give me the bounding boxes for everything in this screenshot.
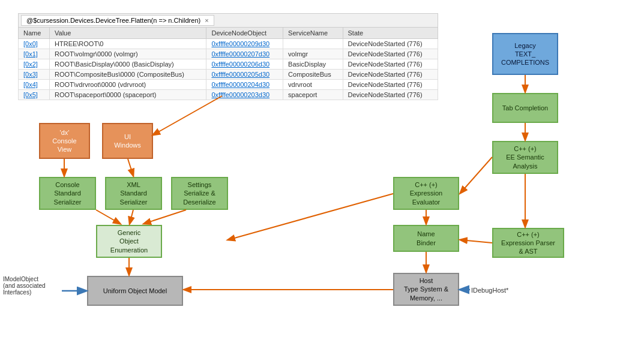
cell-state: DeviceNodeStarted (776) xyxy=(343,70,438,80)
col-state: State xyxy=(343,28,438,39)
tab-text: @$cursession.Devices.DeviceTree.Flatten(… xyxy=(26,17,200,24)
idebug-host-text: IDebugHost* xyxy=(471,287,508,294)
tab-label[interactable]: @$cursession.Devices.DeviceTree.Flatten(… xyxy=(21,15,214,26)
imodel-object-label: IModelObject(and associatedInterfaces) xyxy=(3,276,63,296)
col-value: Value xyxy=(50,28,206,39)
table-container: @$cursession.Devices.DeviceTree.Flatten(… xyxy=(18,13,438,100)
cell-service: spaceport xyxy=(283,90,343,100)
table-row: [0x3] ROOT\CompositeBus\0000 (CompositeB… xyxy=(19,70,438,80)
name-binder-label: NameBinder xyxy=(417,230,436,247)
table-row: [0x2] ROOT\BasicDisplay\0000 (BasicDispl… xyxy=(19,59,438,70)
box-cpp-ee: C++ (+)EE SemanticAnalysis xyxy=(492,141,558,174)
cell-devicenode[interactable]: 0xffffe00000203d30 xyxy=(206,90,283,100)
cell-service: volmgr xyxy=(283,49,343,59)
box-xml-serializer: XMLStandardSerializer xyxy=(105,177,162,210)
box-cpp-parser: C++ (+)Expression Parser& AST xyxy=(492,228,564,258)
cell-devicenode[interactable]: 0xffffe00000209d30 xyxy=(206,39,283,49)
ui-windows-label: UIWindows xyxy=(114,133,141,150)
cell-name[interactable]: [0x1] xyxy=(19,49,50,59)
cell-name[interactable]: [0x4] xyxy=(19,80,50,90)
box-tab-completion: Tab Completion xyxy=(492,93,558,123)
cpp-ee-label: C++ (+)EE SemanticAnalysis xyxy=(506,145,544,170)
cell-devicenode[interactable]: 0xffffe00000205d30 xyxy=(206,70,283,80)
box-cpp-expr: C++ (+)ExpressionEvaluator xyxy=(393,177,459,210)
svg-line-7 xyxy=(153,96,222,135)
cell-value: ROOT\CompositeBus\0000 (CompositeBus) xyxy=(50,70,206,80)
svg-line-12 xyxy=(130,210,133,224)
box-ui-windows: UIWindows xyxy=(102,123,153,159)
cell-state: DeviceNodeStarted (776) xyxy=(343,59,438,70)
cell-name[interactable]: [0x5] xyxy=(19,90,50,100)
cell-state: DeviceNodeStarted (776) xyxy=(343,80,438,90)
imodel-text: IModelObject(and associatedInterfaces) xyxy=(3,276,46,296)
box-legacy: LegacyTEXT_COMPLETIONS xyxy=(492,33,558,75)
cell-name[interactable]: [0x3] xyxy=(19,70,50,80)
table-row: [0x0] HTREE\ROOT\0 0xffffe00000209d30 De… xyxy=(19,39,438,49)
cell-state: DeviceNodeStarted (776) xyxy=(343,90,438,100)
col-name: Name xyxy=(19,28,50,39)
cell-value: HTREE\ROOT\0 xyxy=(50,39,206,49)
cell-devicenode[interactable]: 0xffffe00000204d30 xyxy=(206,80,283,90)
console-view-label: 'dx'ConsoleView xyxy=(52,128,76,154)
box-settings-serializer: SettingsSerialize &Deserialize xyxy=(171,177,228,210)
table-row: [0x4] ROOT\vdrvroot\0000 (vdrvroot) 0xff… xyxy=(19,80,438,90)
cell-value: ROOT\BasicDisplay\0000 (BasicDisplay) xyxy=(50,59,206,70)
svg-line-11 xyxy=(96,210,120,224)
cell-service: vdrvroot xyxy=(283,80,343,90)
cell-service: CompositeBus xyxy=(283,70,343,80)
cell-devicenode[interactable]: 0xffffe00000206d30 xyxy=(206,59,283,70)
box-uniform-model: Uniform Object Model xyxy=(87,276,183,306)
host-type-label: HostType System &Memory, ... xyxy=(404,276,448,302)
col-devicenode: DeviceNodeObject xyxy=(206,28,283,39)
svg-line-4 xyxy=(460,240,492,243)
table-header-row: Name Value DeviceNodeObject ServiceName … xyxy=(19,28,438,39)
cpp-parser-label: C++ (+)Expression Parser& AST xyxy=(501,230,555,256)
console-serializer-label: ConsoleStandardSerializer xyxy=(54,180,82,206)
tab-close-button[interactable]: × xyxy=(205,17,208,24)
svg-line-13 xyxy=(144,210,186,224)
box-host-type: HostType System &Memory, ... xyxy=(393,273,459,306)
cell-name[interactable]: [0x2] xyxy=(19,59,50,70)
cell-value: ROOT\spaceport\0000 (spaceport) xyxy=(50,90,206,100)
uniform-model-label: Uniform Object Model xyxy=(103,287,167,295)
cell-value: ROOT\volmgr\0000 (volmgr) xyxy=(50,49,206,59)
col-service: ServiceName xyxy=(283,28,343,39)
box-console-view: 'dx'ConsoleView xyxy=(39,123,90,159)
legacy-label: LegacyTEXT_COMPLETIONS xyxy=(501,41,549,67)
table-row: [0x5] ROOT\spaceport\0000 (spaceport) 0x… xyxy=(19,90,438,100)
settings-serializer-label: SettingsSerialize &Deserialize xyxy=(183,180,215,206)
svg-line-10 xyxy=(128,159,133,176)
box-console-serializer: ConsoleStandardSerializer xyxy=(39,177,96,210)
table-row: [0x1] ROOT\volmgr\0000 (volmgr) 0xffffe0… xyxy=(19,49,438,59)
cell-service: BasicDisplay xyxy=(283,59,343,70)
cell-value: ROOT\vdrvroot\0000 (vdrvroot) xyxy=(50,80,206,90)
box-generic-enum: GenericObjectEnumeration xyxy=(96,225,162,258)
tab-completion-label: Tab Completion xyxy=(502,104,548,112)
cpp-expr-label: C++ (+)ExpressionEvaluator xyxy=(410,180,442,206)
data-table: Name Value DeviceNodeObject ServiceName … xyxy=(18,27,438,100)
cell-state: DeviceNodeStarted (776) xyxy=(343,49,438,59)
box-name-binder: NameBinder xyxy=(393,225,459,252)
cell-devicenode[interactable]: 0xffffe00000207d30 xyxy=(206,49,283,59)
svg-line-8 xyxy=(228,194,393,240)
generic-enum-label: GenericObjectEnumeration xyxy=(110,228,148,254)
idebug-host-label: IDebugHost* xyxy=(471,287,508,294)
xml-serializer-label: XMLStandardSerializer xyxy=(120,180,148,206)
tab-bar: @$cursession.Devices.DeviceTree.Flatten(… xyxy=(18,13,438,27)
cell-service xyxy=(283,39,343,49)
svg-line-2 xyxy=(460,157,492,193)
cell-state: DeviceNodeStarted (776) xyxy=(343,39,438,49)
cell-name[interactable]: [0x0] xyxy=(19,39,50,49)
